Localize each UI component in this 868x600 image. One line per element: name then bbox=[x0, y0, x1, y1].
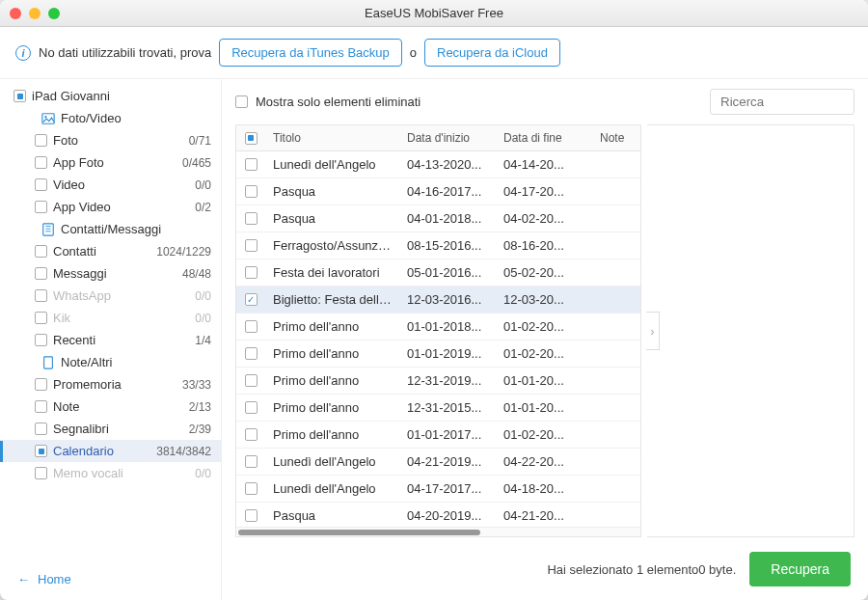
table-row[interactable]: Ferragosto/Assunzione08-15-2016...08-16-… bbox=[236, 232, 640, 259]
sidebar-item-checkbox[interactable] bbox=[35, 156, 47, 169]
recover-button[interactable]: Recupera bbox=[749, 552, 851, 586]
row-checkbox[interactable] bbox=[245, 374, 258, 387]
show-deleted-checkbox[interactable] bbox=[235, 95, 248, 108]
table-row[interactable]: Biglietto: Festa della Rete 201612-03-20… bbox=[236, 286, 640, 314]
home-link[interactable]: ← Home bbox=[0, 558, 221, 600]
sidebar-item-count: 1/4 bbox=[195, 334, 211, 347]
sidebar-item[interactable]: Note2/13 bbox=[0, 395, 221, 418]
recover-itunes-button[interactable]: Recupera da iTunes Backup bbox=[219, 39, 402, 67]
sidebar-group-notes[interactable]: Note/Altri bbox=[0, 351, 221, 373]
table-row[interactable]: Primo dell'anno01-01-2017...01-02-20... bbox=[236, 422, 640, 449]
sidebar-item-checkbox[interactable] bbox=[35, 289, 47, 302]
row-checkbox[interactable] bbox=[245, 509, 258, 522]
table-row[interactable]: Lunedì dell'Angelo04-13-2020...04-14-20.… bbox=[236, 151, 640, 178]
sidebar-item-count: 0/465 bbox=[182, 156, 211, 170]
sidebar-item[interactable]: Promemoria33/33 bbox=[0, 373, 221, 395]
sidebar-item[interactable]: Messaggi48/48 bbox=[0, 262, 221, 285]
table-row[interactable]: Primo dell'anno01-01-2018...01-02-20... bbox=[236, 314, 640, 341]
minimize-icon[interactable] bbox=[29, 8, 41, 19]
sidebar-item-checkbox[interactable] bbox=[35, 445, 47, 457]
table-row[interactable]: Pasqua04-01-2018...04-02-20... bbox=[236, 205, 640, 232]
sidebar-item[interactable]: Contatti1024/1229 bbox=[0, 240, 221, 262]
titlebar: EaseUS MobiSaver Free bbox=[0, 0, 868, 27]
sidebar-item[interactable]: Recenti1/4 bbox=[0, 329, 221, 351]
sidebar-item-count: 2/39 bbox=[189, 423, 211, 436]
sidebar: iPad GiovanniFoto/VideoFoto0/71App Foto0… bbox=[0, 79, 222, 600]
sidebar-item-checkbox[interactable] bbox=[35, 245, 47, 258]
row-checkbox[interactable] bbox=[245, 239, 258, 252]
sidebar-item[interactable]: Video0/0 bbox=[0, 174, 221, 196]
sidebar-item-checkbox[interactable] bbox=[35, 134, 47, 147]
table-row[interactable]: Primo dell'anno12-31-2019...01-01-20... bbox=[236, 368, 640, 395]
photo-icon bbox=[41, 112, 55, 125]
sidebar-item-checkbox[interactable] bbox=[35, 178, 47, 191]
close-icon[interactable] bbox=[10, 8, 21, 19]
row-checkbox[interactable] bbox=[245, 212, 258, 225]
row-checkbox[interactable] bbox=[245, 347, 258, 360]
col-end[interactable]: Data di fine bbox=[496, 125, 592, 150]
cell-end: 01-02-20... bbox=[496, 422, 592, 448]
window-title: EaseUS MobiSaver Free bbox=[0, 6, 868, 20]
sidebar-item-checkbox[interactable] bbox=[35, 400, 47, 413]
sidebar-item[interactable]: Foto0/71 bbox=[0, 129, 221, 151]
recover-icloud-button[interactable]: Recupera da iCloud bbox=[424, 39, 560, 67]
cell-note bbox=[592, 456, 640, 468]
col-start[interactable]: Data d'inizio bbox=[399, 125, 496, 150]
sidebar-item-checkbox[interactable] bbox=[35, 267, 47, 280]
table-row[interactable]: Primo dell'anno01-01-2019...01-02-20... bbox=[236, 341, 640, 368]
sidebar-item[interactable]: App Video0/2 bbox=[0, 196, 221, 218]
sidebar-item[interactable]: Calendario3814/3842 bbox=[0, 440, 221, 462]
cell-start: 01-01-2018... bbox=[399, 314, 496, 340]
sidebar-item-checkbox[interactable] bbox=[35, 467, 47, 479]
sidebar-group-contacts[interactable]: Contatti/Messaggi bbox=[0, 218, 221, 240]
row-checkbox[interactable] bbox=[245, 158, 258, 171]
cell-note bbox=[592, 186, 640, 198]
row-checkbox[interactable] bbox=[245, 428, 258, 441]
table-row[interactable]: Festa dei lavoratori05-01-2016...05-02-2… bbox=[236, 259, 640, 286]
row-checkbox[interactable] bbox=[245, 293, 258, 306]
select-all-checkbox[interactable] bbox=[245, 132, 258, 145]
cell-title: Lunedì dell'Angelo bbox=[265, 476, 399, 502]
table-row[interactable]: Lunedì dell'Angelo04-17-2017...04-18-20.… bbox=[236, 476, 640, 503]
sidebar-item-checkbox[interactable] bbox=[35, 201, 47, 213]
row-checkbox[interactable] bbox=[245, 320, 258, 333]
cell-title: Primo dell'anno bbox=[265, 314, 399, 340]
sidebar-item-checkbox[interactable] bbox=[35, 334, 47, 346]
sidebar-device[interactable]: iPad Giovanni bbox=[0, 85, 221, 107]
sidebar-group-photo[interactable]: Foto/Video bbox=[0, 107, 221, 129]
sidebar-item-count: 48/48 bbox=[182, 267, 211, 281]
svg-point-1 bbox=[44, 116, 46, 118]
table-row[interactable]: Pasqua04-16-2017...04-17-20... bbox=[236, 178, 640, 205]
row-checkbox[interactable] bbox=[245, 482, 258, 495]
scrollbar-thumb[interactable] bbox=[238, 530, 480, 535]
col-note[interactable]: Note bbox=[592, 125, 640, 150]
cell-end: 04-02-20... bbox=[496, 205, 592, 232]
row-checkbox[interactable] bbox=[245, 401, 258, 414]
row-checkbox[interactable] bbox=[245, 455, 258, 468]
table-row[interactable]: Lunedì dell'Angelo04-21-2019...04-22-20.… bbox=[236, 449, 640, 476]
search-input[interactable] bbox=[710, 89, 854, 115]
chevron-right-icon[interactable]: › bbox=[646, 312, 660, 350]
cell-title: Pasqua bbox=[265, 503, 399, 527]
horizontal-scrollbar[interactable] bbox=[236, 527, 640, 536]
col-title[interactable]: Titolo bbox=[265, 125, 399, 150]
sidebar-item-checkbox[interactable] bbox=[35, 312, 47, 324]
cell-start: 04-01-2018... bbox=[399, 205, 496, 232]
row-checkbox[interactable] bbox=[245, 266, 258, 279]
table-row[interactable]: Primo dell'anno12-31-2015...01-01-20... bbox=[236, 395, 640, 422]
cell-end: 04-22-20... bbox=[496, 449, 592, 475]
info-text: No dati utilizzabili trovati, prova bbox=[39, 45, 211, 60]
sidebar-item-checkbox[interactable] bbox=[35, 378, 47, 391]
table-row[interactable]: Pasqua04-20-2019...04-21-20... bbox=[236, 503, 640, 527]
cell-start: 04-21-2019... bbox=[399, 449, 496, 475]
device-checkbox[interactable] bbox=[14, 90, 26, 102]
row-checkbox[interactable] bbox=[245, 185, 258, 198]
cell-start: 01-01-2017... bbox=[399, 422, 496, 448]
sidebar-item-checkbox[interactable] bbox=[35, 423, 47, 435]
cell-end: 01-02-20... bbox=[496, 314, 592, 340]
sidebar-item[interactable]: App Foto0/465 bbox=[0, 151, 221, 174]
zoom-icon[interactable] bbox=[48, 8, 60, 19]
contacts-icon bbox=[41, 223, 55, 236]
cell-note bbox=[592, 213, 640, 225]
sidebar-item[interactable]: Segnalibri2/39 bbox=[0, 418, 221, 440]
